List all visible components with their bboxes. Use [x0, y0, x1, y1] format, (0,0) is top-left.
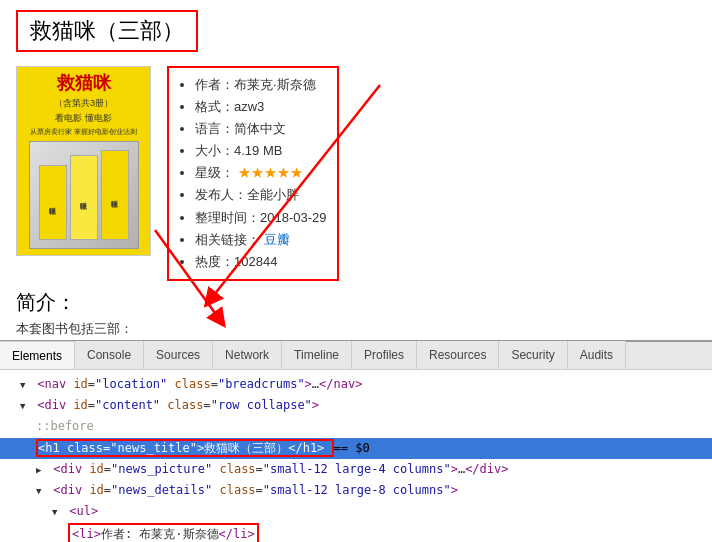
book-item-3: 救猫咪 — [101, 150, 129, 240]
triangle-icon-4[interactable] — [36, 481, 46, 500]
publisher-item: 发布人：全能小胖 — [195, 184, 327, 206]
dom-line-news-details: <div id="news_details" class="small-12 l… — [0, 480, 712, 501]
dom-line-div-content: <div id="content" class="row collapse"> — [0, 395, 712, 416]
book-cover-sub2: 看电影 懂电影 — [55, 112, 112, 125]
link-item: 相关链接： 豆瓣 — [195, 229, 327, 251]
tab-profiles[interactable]: Profiles — [352, 341, 417, 369]
book-cover-sub3: 从票房卖行家 掌握好电影创业法则 — [30, 127, 137, 137]
tab-console[interactable]: Console — [75, 341, 144, 369]
rating-item: 星级： ★★★★★ — [195, 162, 327, 184]
details-box: 作者：布莱克·斯奈德 格式：azw3 语言：简体中文 大小：4.19 MB 星级… — [167, 66, 339, 281]
book-cover-sub1: （含第共3册） — [54, 97, 113, 110]
details-list: 作者：布莱克·斯奈德 格式：azw3 语言：简体中文 大小：4.19 MB 星级… — [179, 74, 327, 273]
book-cover: 救猫咪 （含第共3册） 看电影 懂电影 从票房卖行家 掌握好电影创业法则 救猫咪… — [16, 66, 151, 256]
devtools-tabs: Elements Console Sources Network Timelin… — [0, 342, 712, 370]
stars: ★★★★★ — [238, 165, 303, 180]
dom-line-before: ::before — [0, 416, 712, 437]
tab-network[interactable]: Network — [213, 341, 282, 369]
rating-label: 星级： — [195, 165, 234, 180]
douban-link[interactable]: 豆瓣 — [264, 232, 290, 247]
dom-line-h1[interactable]: <h1 class="news_title">救猫咪（三部）</h1> == $… — [0, 438, 712, 459]
heat-item: 热度：102844 — [195, 251, 327, 273]
tab-sources[interactable]: Sources — [144, 341, 213, 369]
format-item: 格式：azw3 — [195, 96, 327, 118]
author-item: 作者：布莱克·斯奈德 — [195, 74, 327, 96]
page-content: 救猫咪（三部） 救猫咪 （含第共3册） 看电影 懂电影 从票房卖行家 掌握好电影… — [0, 0, 712, 340]
content-row: 救猫咪 （含第共3册） 看电影 懂电影 从票房卖行家 掌握好电影创业法则 救猫咪… — [16, 66, 696, 281]
dom-line-li-author: <li>作者: 布莱克·斯奈德</li> — [0, 522, 712, 542]
intro-title: 简介： — [16, 291, 76, 313]
size-item: 大小：4.19 MB — [195, 140, 327, 162]
tab-elements[interactable]: Elements — [0, 341, 75, 369]
triangle-icon-2[interactable] — [20, 396, 30, 415]
tab-resources[interactable]: Resources — [417, 341, 499, 369]
triangle-icon-3[interactable] — [36, 460, 46, 479]
book-cover-title: 救猫咪 — [57, 73, 111, 95]
dom-line-nav: <nav id="location" class="breadcrums">…<… — [0, 374, 712, 395]
date-item: 整理时间：2018-03-29 — [195, 207, 327, 229]
language-item: 语言：简体中文 — [195, 118, 327, 140]
link-label: 相关链接： — [195, 232, 260, 247]
book-item-2: 救猫咪 — [70, 155, 98, 240]
devtools-content: <nav id="location" class="breadcrums">…<… — [0, 370, 712, 542]
intro-text: 本套图书包括三部： — [16, 320, 696, 338]
devtools-panel: Elements Console Sources Network Timelin… — [0, 340, 712, 542]
page-title: 救猫咪（三部） — [16, 10, 198, 52]
tab-security[interactable]: Security — [499, 341, 567, 369]
dom-line-ul: <ul> — [0, 501, 712, 522]
intro-section: 简介： — [16, 289, 696, 316]
triangle-icon-5[interactable] — [52, 502, 62, 521]
book-item-1: 救猫咪 — [39, 165, 67, 240]
book-cover-image: 救猫咪 救猫咪 救猫咪 — [29, 141, 139, 249]
dom-line-news-picture: <div id="news_picture" class="small-12 l… — [0, 459, 712, 480]
tab-timeline[interactable]: Timeline — [282, 341, 352, 369]
triangle-icon[interactable] — [20, 375, 30, 394]
tab-audits[interactable]: Audits — [568, 341, 626, 369]
book-stack: 救猫咪 救猫咪 救猫咪 — [39, 150, 129, 240]
